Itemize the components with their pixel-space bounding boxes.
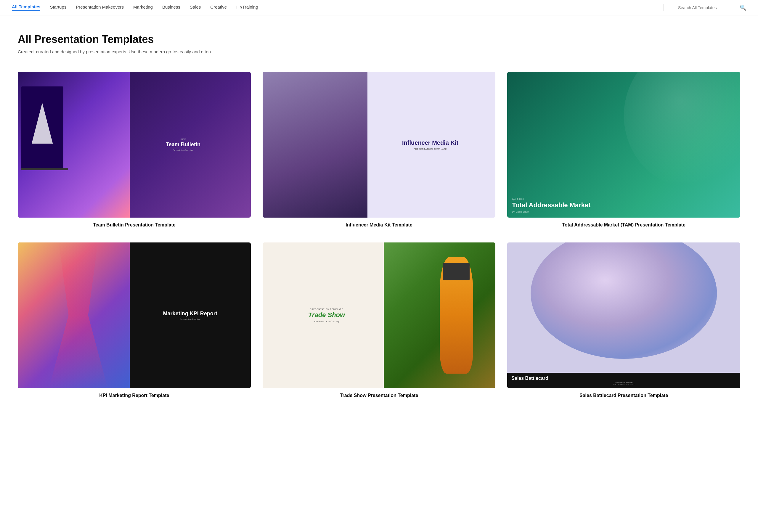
template-card-tam[interactable]: April 4, 2023 Total Addressable Market B… <box>507 72 740 228</box>
bulletin-text-area: DATE Team Bulletin Presentation Template <box>127 72 239 217</box>
nav-item-startups[interactable]: Startups <box>50 4 66 11</box>
template-thumb-influencer: Influencer Media Kit PRESENTATION TEMPLA… <box>263 72 496 217</box>
battlecard-title: Sales Battlecard <box>511 376 736 381</box>
plant-background <box>384 243 496 388</box>
kit-sub: PRESENTATION TEMPLATE <box>414 148 447 150</box>
template-label-team-bulletin: Team Bulletin Presentation Template <box>18 222 251 228</box>
person-image <box>263 72 367 217</box>
search-container: 🔍 <box>678 4 746 11</box>
nav-divider <box>664 4 664 11</box>
juice-bottle <box>440 257 473 373</box>
battlecard-text-area: Sales Battlecard Presentation Template F… <box>507 373 740 388</box>
tam-date: April 4, 2023 <box>512 198 524 200</box>
nav-item-presentation-makeovers[interactable]: Presentation Makeovers <box>76 4 124 11</box>
nav-item-sales[interactable]: Sales <box>190 4 201 11</box>
main-nav: All Templates Startups Presentation Make… <box>0 0 758 16</box>
nav-item-marketing[interactable]: Marketing <box>133 4 153 11</box>
template-label-tradeshow: Trade Show Presentation Template <box>263 392 496 399</box>
kpi-sub: Presentation Template <box>180 318 200 320</box>
laptop-base <box>21 168 68 170</box>
template-thumb-battlecard: Sales Battlecard Presentation Template F… <box>507 243 740 388</box>
kpi-title: Marketing KPI Report <box>163 310 217 317</box>
tam-by: By: Marcus Brown <box>512 211 529 213</box>
search-input[interactable] <box>678 5 737 10</box>
battlecard-orb <box>531 243 717 359</box>
template-label-battlecard: Sales Battlecard Presentation Template <box>507 392 740 399</box>
template-card-battlecard[interactable]: Sales Battlecard Presentation Template F… <box>507 243 740 399</box>
laptop-screen <box>21 86 63 168</box>
tam-title: Total Addressable Market <box>512 201 590 209</box>
kit-text-area: Influencer Media Kit PRESENTATION TEMPLA… <box>365 72 496 217</box>
template-card-influencer[interactable]: Influencer Media Kit PRESENTATION TEMPLA… <box>263 72 496 228</box>
bulletin-date: DATE <box>180 138 186 140</box>
tam-orb <box>624 72 740 188</box>
tradeshow-title: Trade Show <box>308 311 345 319</box>
template-card-tradeshow[interactable]: PRESENTATION TEMPLATE Trade Show Your Na… <box>263 243 496 399</box>
battlecard-internal: FOR INTERNAL USE ONLY <box>511 383 736 385</box>
laptop-shape <box>21 86 68 203</box>
tradeshow-company: Your Name / Your Company <box>314 320 340 322</box>
nav-item-all-templates[interactable]: All Templates <box>12 4 40 11</box>
nav-item-creative[interactable]: Creative <box>210 4 227 11</box>
tradeshow-image <box>384 243 496 388</box>
search-icon[interactable]: 🔍 <box>740 4 746 11</box>
bulletin-title: Team Bulletin <box>166 142 200 148</box>
template-thumb-kpi: Marketing KPI Report Presentation Templa… <box>18 243 251 388</box>
tradeshow-pre: PRESENTATION TEMPLATE <box>310 308 343 310</box>
laptop-bg <box>18 72 130 217</box>
person-silhouette <box>263 72 367 217</box>
templates-grid: DATE Team Bulletin Presentation Template… <box>0 66 758 416</box>
kpi-text-area: Marketing KPI Report Presentation Templa… <box>130 243 251 388</box>
template-thumb-team-bulletin: DATE Team Bulletin Presentation Template <box>18 72 251 217</box>
bulletin-sub: Presentation Template <box>173 149 194 151</box>
template-thumb-tradeshow: PRESENTATION TEMPLATE Trade Show Your Na… <box>263 243 496 388</box>
hero-section: All Presentation Templates Created, cura… <box>0 16 758 66</box>
page-title: All Presentation Templates <box>18 33 740 46</box>
page-subtitle: Created, curated and designed by present… <box>18 49 740 54</box>
tradeshow-text-area: PRESENTATION TEMPLATE Trade Show Your Na… <box>263 243 391 388</box>
template-card-kpi[interactable]: Marketing KPI Report Presentation Templa… <box>18 243 251 399</box>
template-label-influencer: Influencer Media Kit Template <box>263 222 496 228</box>
kit-title: Influencer Media Kit <box>402 139 458 146</box>
template-label-tam: Total Addressable Market (TAM) Presentat… <box>507 222 740 228</box>
template-card-team-bulletin[interactable]: DATE Team Bulletin Presentation Template… <box>18 72 251 228</box>
nav-item-business[interactable]: Business <box>162 4 180 11</box>
template-label-kpi: KPI Marketing Report Template <box>18 392 251 399</box>
nav-item-hr-training[interactable]: Hr/Training <box>236 4 258 11</box>
template-thumb-tam: April 4, 2023 Total Addressable Market B… <box>507 72 740 217</box>
